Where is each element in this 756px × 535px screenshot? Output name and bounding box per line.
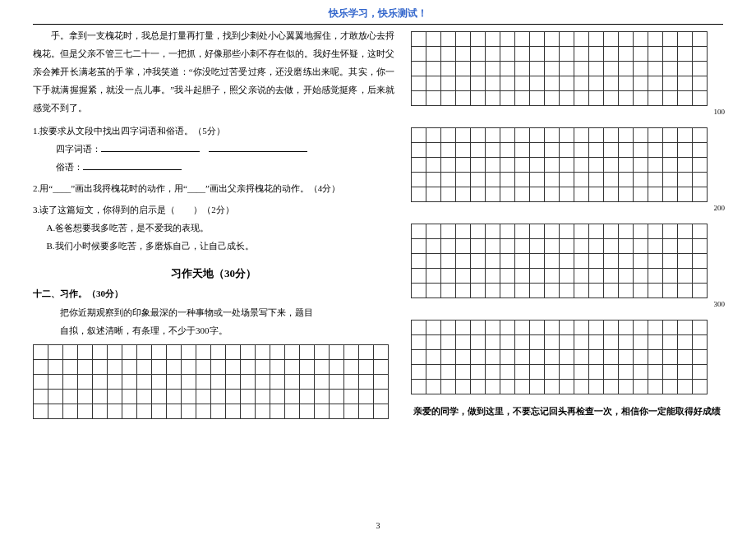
word-count-label: 300 — [714, 300, 726, 308]
blank-input[interactable] — [209, 144, 307, 152]
q1-blank-1: 四字词语： — [33, 140, 394, 158]
writing-grid-right-container: 100200300 — [411, 31, 723, 394]
header-rule — [33, 24, 723, 25]
word-count-label: 100 — [714, 108, 726, 116]
blank-input[interactable] — [101, 144, 200, 152]
q3-stem: 3.读了这篇短文，你得到的启示是（ ）（2分） — [33, 201, 394, 219]
page-header: 快乐学习，快乐测试！ — [0, 0, 756, 24]
composition-heading: 十二、习作。（30分） — [33, 288, 394, 300]
q1-label-1: 四字词语： — [56, 144, 101, 154]
word-count-label: 200 — [714, 204, 726, 212]
question-3: 3.读了这篇短文，你得到的启示是（ ）（2分） A.爸爸想要我多吃苦，是不爱我的… — [33, 201, 394, 255]
writing-grid-block[interactable]: 200 — [411, 127, 723, 202]
section-title: 习作天地（30分） — [33, 266, 394, 281]
writing-grid-block[interactable] — [411, 320, 723, 394]
q1-stem: 1.按要求从文段中找出四字词语和俗语。（5分） — [33, 122, 394, 140]
right-column: 100200300 亲爱的同学，做到这里，不要忘记回头再检查一次，相信你一定能取… — [411, 26, 723, 419]
footer-message: 亲爱的同学，做到这里，不要忘记回头再检查一次，相信你一定能取得好成绩 — [411, 406, 723, 417]
main-content: 手。拿到一支槐花时，我总是打量再打量，找到少刺处小心翼翼地握住，才敢放心去捋槐花… — [0, 26, 756, 419]
writing-grid-block[interactable]: 100 — [411, 31, 723, 106]
composition-text-1: 把你近期观察到的印象最深的一种事物或一处场景写下来，题目 — [33, 303, 394, 321]
writing-grid-block[interactable]: 300 — [411, 224, 723, 298]
q3-option-b[interactable]: B.我们小时候要多吃苦，多磨炼自己，让自己成长。 — [33, 237, 394, 255]
left-column: 手。拿到一支槐花时，我总是打量再打量，找到少刺处小心翼翼地握住，才敢放心去捋槐花… — [33, 26, 394, 419]
page-number: 3 — [376, 521, 380, 530]
q3-option-a[interactable]: A.爸爸想要我多吃苦，是不爱我的表现。 — [33, 219, 394, 237]
composition-text-2: 自拟，叙述清晰，有条理，不少于300字。 — [33, 321, 394, 339]
q1-blank-2: 俗语： — [33, 158, 394, 176]
question-1: 1.按要求从文段中找出四字词语和俗语。（5分） 四字词语： 俗语： — [33, 122, 394, 176]
reading-passage: 手。拿到一支槐花时，我总是打量再打量，找到少刺处小心翼翼地握住，才敢放心去捋槐花… — [33, 26, 394, 117]
blank-input[interactable] — [83, 162, 182, 170]
q1-label-2: 俗语： — [56, 162, 83, 172]
question-2: 2.用“____”画出我捋槐花时的动作，用“____”画出父亲捋槐花的动作。（4… — [33, 179, 394, 197]
writing-grid-left[interactable] — [33, 344, 389, 419]
